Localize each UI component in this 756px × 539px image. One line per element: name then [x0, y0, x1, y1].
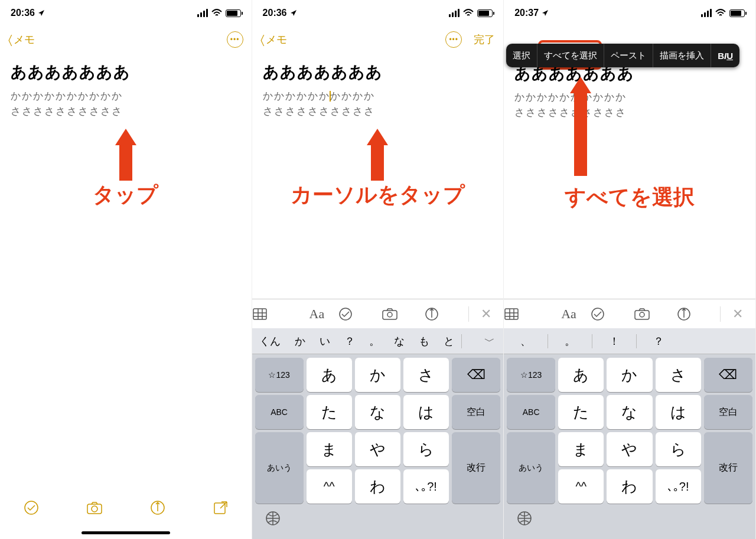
key-wa[interactable]: わ	[355, 469, 400, 504]
back-label: メモ	[14, 32, 35, 47]
key-sa[interactable]: さ	[656, 358, 701, 392]
status-time: 20:36	[11, 8, 35, 18]
close-icon[interactable]: ✕	[468, 306, 504, 322]
annotation-arrow	[504, 77, 657, 176]
key-emote[interactable]: ^^	[307, 469, 352, 504]
key-ma[interactable]: ま	[307, 432, 352, 466]
key-num[interactable]: ☆123	[507, 358, 555, 392]
more-icon[interactable]: •••	[445, 31, 462, 48]
check-icon[interactable]	[591, 307, 634, 321]
key-space[interactable]: 空白	[452, 395, 500, 429]
status-bar: 20:36	[0, 0, 252, 26]
key-backspace[interactable]: ⌫	[452, 358, 500, 392]
pen-icon[interactable]	[150, 500, 165, 515]
key-abc[interactable]: ABC	[507, 395, 555, 429]
key-ra[interactable]: ら	[403, 432, 449, 466]
suggestion[interactable]: な	[387, 334, 412, 348]
location-icon	[541, 9, 549, 17]
screenshot-1: 20:36 〈 メモ ••• あああああああ かかかかかかかかかか ささささささ…	[0, 0, 252, 539]
svg-point-12	[592, 308, 604, 320]
key-ta[interactable]: た	[558, 395, 604, 429]
svg-point-0	[25, 501, 38, 514]
note-body[interactable]: あああああああ かかかかかかかかかか ささささささささささ	[0, 53, 252, 127]
annotation-label: カーソルをタップ	[291, 181, 465, 210]
suggestion[interactable]: も	[412, 334, 436, 348]
table-icon[interactable]	[504, 308, 547, 321]
key-sa[interactable]: さ	[403, 358, 449, 392]
key-na[interactable]: な	[355, 395, 400, 429]
key-backspace[interactable]: ⌫	[704, 358, 752, 392]
text-format-icon[interactable]: Aa	[295, 306, 338, 322]
suggestion[interactable]: と	[436, 334, 461, 348]
ctx-select[interactable]: 選択	[506, 44, 537, 67]
key-punct[interactable]: ､｡?!	[403, 469, 449, 504]
close-icon[interactable]: ✕	[720, 306, 755, 322]
suggestion[interactable]: か	[288, 334, 312, 348]
key-space[interactable]: 空白	[704, 395, 752, 429]
text-format-icon[interactable]: Aa	[547, 306, 590, 322]
key-ra[interactable]: ら	[656, 432, 701, 466]
keyboard-tool-row: Aa ✕	[252, 299, 504, 328]
suggestion[interactable]: ？	[637, 334, 680, 348]
suggestion[interactable]: ！	[592, 334, 636, 348]
key-punct[interactable]: ､｡?!	[656, 469, 701, 504]
key-ya[interactable]: や	[607, 432, 652, 466]
globe-icon[interactable]	[265, 511, 281, 526]
note-body[interactable]: あああああああ かかかかかかかかかか ささささささささささ	[252, 53, 504, 127]
svg-point-14	[640, 312, 644, 317]
battery-icon	[729, 9, 745, 17]
compose-icon[interactable]	[213, 500, 228, 515]
key-a[interactable]: あ	[558, 358, 604, 392]
ctx-biu[interactable]: BIU	[711, 44, 739, 67]
table-icon[interactable]	[252, 308, 295, 321]
status-bar: 20:36	[252, 0, 504, 26]
key-return[interactable]: 改行	[452, 432, 500, 504]
check-icon[interactable]	[338, 307, 382, 321]
ctx-paste[interactable]: ペースト	[604, 44, 653, 67]
suggestion[interactable]: 。	[362, 334, 387, 348]
more-icon[interactable]: •••	[227, 31, 243, 48]
suggestion-bar: くん か い ？ 。 な も と ﹀	[252, 328, 504, 354]
key-kana[interactable]: あいう	[255, 432, 304, 504]
note-title: あああああああ	[263, 60, 493, 85]
ctx-insert-drawing[interactable]: 描画を挿入	[653, 44, 711, 67]
suggestion-bar: 、 。 ！ ？	[504, 328, 755, 354]
key-ka[interactable]: か	[355, 358, 400, 392]
back-button[interactable]: 〈 メモ	[8, 32, 35, 47]
pen-icon[interactable]	[425, 307, 468, 321]
key-ha[interactable]: は	[403, 395, 449, 429]
pen-icon[interactable]	[677, 307, 720, 321]
suggestion[interactable]: くん	[252, 334, 288, 348]
camera-icon[interactable]	[86, 500, 103, 515]
suggestion[interactable]: 、	[504, 334, 548, 348]
annotation-arrow: タップ	[0, 129, 252, 210]
key-wa[interactable]: わ	[607, 469, 652, 504]
chevron-down-icon[interactable]: ﹀	[476, 334, 503, 348]
check-icon[interactable]	[24, 500, 39, 515]
keyboard-tool-row: Aa ✕	[504, 299, 755, 328]
done-button[interactable]: 完了	[474, 32, 495, 47]
globe-icon[interactable]	[517, 511, 532, 526]
key-return[interactable]: 改行	[704, 432, 752, 504]
key-na[interactable]: な	[607, 395, 652, 429]
key-num[interactable]: ☆123	[255, 358, 304, 392]
suggestion[interactable]: 。	[548, 334, 592, 348]
key-kana[interactable]: あいう	[507, 432, 555, 504]
key-ta[interactable]: た	[307, 395, 352, 429]
key-ma[interactable]: ま	[558, 432, 604, 466]
key-abc[interactable]: ABC	[255, 395, 304, 429]
key-ka[interactable]: か	[607, 358, 652, 392]
camera-icon[interactable]	[634, 308, 677, 321]
ctx-select-all[interactable]: すべてを選択	[537, 44, 604, 67]
key-emote[interactable]: ^^	[558, 469, 604, 504]
back-button[interactable]: 〈 メモ	[260, 32, 287, 47]
key-ha[interactable]: は	[656, 395, 701, 429]
suggestion[interactable]: い	[312, 334, 337, 348]
home-indicator	[82, 531, 170, 534]
key-ya[interactable]: や	[355, 432, 400, 466]
camera-icon[interactable]	[382, 308, 425, 321]
suggestion[interactable]: ？	[337, 334, 362, 348]
key-a[interactable]: あ	[307, 358, 352, 392]
wifi-icon	[211, 9, 222, 17]
note-line-1: かかかかかかかかかか	[11, 89, 241, 104]
